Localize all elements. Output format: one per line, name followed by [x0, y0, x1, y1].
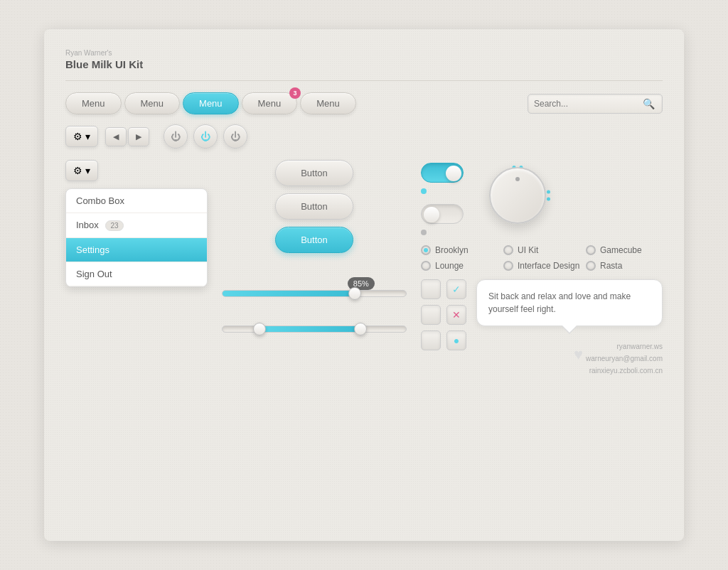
tab-menu-1[interactable]: Menu: [65, 92, 122, 114]
toggle-2-group: [421, 204, 464, 235]
search-button[interactable]: 🔍: [641, 98, 656, 109]
toggle-dot-2: [421, 230, 427, 235]
radio-lounge[interactable]: Lounge: [421, 261, 498, 271]
dropdown-arrow-icon: ▾: [85, 131, 90, 142]
checkbox-6[interactable]: ●: [446, 330, 466, 350]
chat-bubble: Sit back and relax and love and make you…: [476, 279, 663, 326]
tab-menu-4[interactable]: Menu 3: [242, 92, 298, 114]
bottom-row: ✓ ✕ ● Sit back and relax and love and ma…: [421, 279, 663, 377]
button-2[interactable]: Button: [275, 193, 353, 220]
radio-group-row1: Brooklyn UI Kit Gamecube: [421, 245, 663, 255]
toggle-knob-1: [446, 166, 461, 181]
radio-circle-lounge: [421, 261, 431, 271]
main-content: ⚙ ▾ Combo Box Inbox 23 Settings Sign Out: [65, 160, 663, 377]
radio-group-row2: Lounge Interface Design Rasta: [421, 261, 663, 271]
search-box: 🔍: [528, 94, 663, 114]
buttons-group: Button Button Button: [222, 160, 407, 253]
power-btn-2[interactable]: ⏻: [193, 124, 218, 149]
checkbox-3[interactable]: [421, 305, 441, 325]
radio-groups: Brooklyn UI Kit Gamecube Lounge: [421, 245, 663, 271]
gear-icon-left: ⚙: [73, 165, 82, 176]
power-btn-3[interactable]: ⏻: [223, 124, 247, 149]
radio-circle-interface: [503, 261, 513, 271]
range-handle-right[interactable]: [354, 323, 367, 335]
radio-circle-gamecube: [586, 245, 596, 255]
toggle-knob-2: [424, 207, 439, 222]
slider-group: 85%: [222, 267, 407, 338]
tab-menu-2[interactable]: Menu: [124, 92, 181, 114]
brand-title: Blue Milk UI Kit: [65, 58, 663, 70]
toggle-column: [421, 160, 464, 235]
toggle-dot-1: [421, 188, 427, 194]
right-column: Brooklyn UI Kit Gamecube Lounge: [421, 160, 663, 377]
toggle-1-group: [421, 163, 464, 194]
footer-area: ♥ ryanwarner.ws warneuryan@gmail.com rai…: [476, 332, 663, 377]
gear-btn-left[interactable]: ⚙ ▾: [65, 160, 98, 181]
dropdown-menu: Combo Box Inbox 23 Settings Sign Out: [65, 188, 208, 287]
power-buttons: ⏻ ⏻ ⏻: [164, 124, 247, 149]
left-column: ⚙ ▾ Combo Box Inbox 23 Settings Sign Out: [65, 160, 208, 377]
prev-button[interactable]: ◀: [105, 127, 127, 146]
divider: [65, 80, 663, 81]
nav-buttons: ◀ ▶: [105, 127, 149, 146]
button-1[interactable]: Button: [275, 160, 353, 186]
dropdown-sign-out[interactable]: Sign Out: [66, 262, 207, 286]
tabs-row: Menu Menu Menu Menu 3 Menu 🔍: [65, 92, 663, 114]
dropdown-inbox[interactable]: Inbox 23: [66, 213, 207, 238]
checkbox-2[interactable]: ✓: [446, 279, 466, 299]
slider-handle-1[interactable]: [348, 287, 361, 300]
range-fill: [259, 326, 360, 332]
range-handle-left[interactable]: [253, 323, 266, 335]
gear-icon: ⚙: [73, 131, 82, 142]
power-btn-1[interactable]: ⏻: [164, 124, 188, 149]
toggle-switch-2[interactable]: [421, 204, 464, 224]
knob[interactable]: [489, 167, 546, 224]
radio-gamecube[interactable]: Gamecube: [586, 245, 663, 255]
checkbox-4[interactable]: ✕: [446, 305, 466, 325]
slider-fill-1: [223, 291, 355, 296]
search-input[interactable]: [534, 99, 641, 109]
radio-circle-uikit: [503, 245, 513, 255]
chat-bubble-container: Sit back and relax and love and make you…: [476, 279, 663, 377]
toggle-switch-1[interactable]: [421, 163, 464, 183]
center-column: Button Button Button 85%: [222, 160, 407, 377]
checkbox-grid: ✓ ✕ ●: [421, 279, 466, 350]
tab-badge: 3: [289, 87, 301, 99]
ui-kit-container: Ryan Warner's Blue Milk UI Kit Menu Menu…: [44, 29, 684, 541]
heart-icon: ♥: [574, 345, 583, 364]
radio-circle-brooklyn: [421, 245, 431, 255]
knob-container: [482, 160, 553, 231]
gear-dropdown-btn[interactable]: ⚙ ▾: [65, 126, 98, 147]
range-slider-track[interactable]: [222, 326, 407, 333]
dropdown-arrow-left: ▾: [85, 165, 90, 176]
dropdown-settings[interactable]: Settings: [66, 238, 207, 262]
brand-subtitle: Ryan Warner's: [65, 49, 663, 57]
dropdown-combo-box[interactable]: Combo Box: [66, 189, 207, 213]
tab-menu-5[interactable]: Menu: [300, 92, 356, 114]
controls-row: ⚙ ▾ ◀ ▶ ⏻ ⏻ ⏻: [65, 124, 663, 149]
footer-links: ryanwarner.ws warneuryan@gmail.com rainx…: [586, 340, 663, 377]
radio-circle-rasta: [586, 261, 596, 271]
radio-brooklyn[interactable]: Brooklyn: [421, 245, 498, 255]
right-top-row: [421, 160, 663, 235]
radio-rasta[interactable]: Rasta: [586, 261, 663, 271]
next-button[interactable]: ▶: [128, 127, 149, 146]
button-3-primary[interactable]: Button: [275, 227, 353, 253]
radio-interface-design[interactable]: Interface Design: [503, 261, 580, 271]
checkbox-1[interactable]: [421, 279, 441, 299]
inbox-badge: 23: [105, 220, 123, 231]
radio-uikit[interactable]: UI Kit: [503, 245, 580, 255]
slider-track-1[interactable]: [222, 290, 407, 297]
tab-menu-3[interactable]: Menu: [183, 92, 239, 114]
checkbox-5[interactable]: [421, 330, 441, 350]
